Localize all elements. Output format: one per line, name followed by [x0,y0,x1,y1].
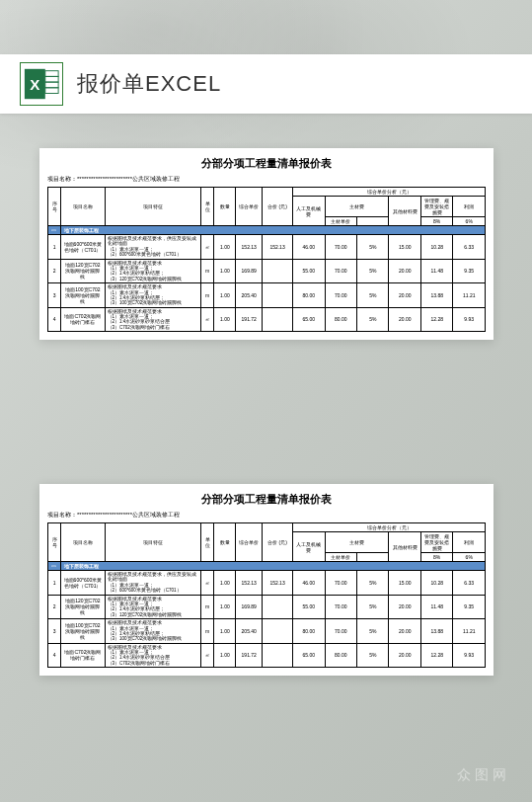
quote-table: 序号项目名称项目特征单位数量综合单价合价 (元)综合单价分析（元）人工及机械费主… [47,522,486,668]
section-row: 一地下层装饰工程 [48,562,486,571]
sheet-title: 分部分项工程量清单报价表 [47,492,486,507]
quote-sheet-1: 分部分项工程量清单报价表项目名称：***********************… [39,148,494,340]
project-line: 项目名称：************************公共区域装修工程 [47,175,486,184]
table-row: 4地面C702浅咖网地砖门槛石根据图纸及技术规范要求（1）素水泥浆一道；（2）1… [48,307,486,332]
table-row: 1地面600*600米黄色地砖（C701）根据图纸及技术规范要求，供应及安装成化… [48,235,486,260]
table-row: 1地面600*600米黄色地砖（C701）根据图纸及技术规范要求，供应及安装成化… [48,571,486,596]
table-row: 4地面C702浅咖网地砖门槛石根据图纸及技术规范要求（1）素水泥浆一道；（2）1… [48,643,486,668]
table-row: 2地面120宽C702浅咖网地砖踢脚线根据图纸及技术规范要求（1）素水泥浆一道；… [48,595,486,619]
section-row: 一地下层装饰工程 [48,226,486,235]
svg-rect-2 [45,71,58,77]
project-line: 项目名称：************************公共区域装修工程 [47,511,486,520]
quote-table: 序号项目名称项目特征单位数量综合单价合价 (元)综合单价分析（元）人工及机械费主… [47,187,486,332]
table-row: 2地面120宽C702浅咖网地砖踢脚线根据图纸及技术规范要求（1）素水泥浆一道；… [48,259,486,283]
svg-text:X: X [30,76,39,93]
svg-rect-5 [45,88,58,94]
sheet-title: 分部分项工程量清单报价表 [47,156,486,171]
svg-rect-4 [45,82,58,88]
svg-rect-3 [45,76,58,82]
table-row: 3地面100宽C702浅咖网地砖踢脚线根据图纸及技术规范要求（1）素水泥浆一道；… [48,619,486,644]
table-row: 3地面100宽C702浅咖网地砖踢脚线根据图纸及技术规范要求（1）素水泥浆一道；… [48,283,486,308]
watermark: 众图网 [457,766,510,784]
page-title: 报价单EXCEL [77,69,221,99]
excel-icon: X [20,62,63,106]
quote-sheet-2: 分部分项工程量清单报价表项目名称：***********************… [39,484,494,676]
header-bar: X 报价单EXCEL [0,54,532,114]
